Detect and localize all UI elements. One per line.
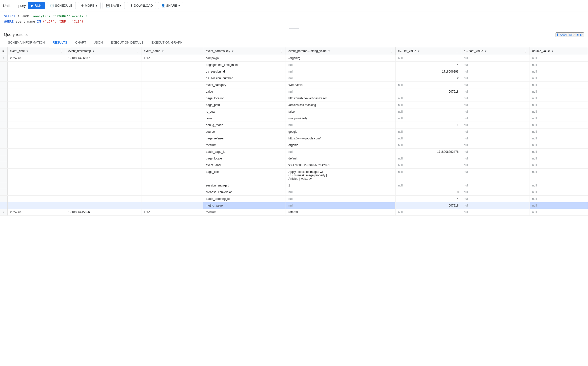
table-row: term(not provided)nullnullnull xyxy=(0,115,588,122)
cell-event-timestamp xyxy=(66,88,141,95)
cell-int-value: 607918 xyxy=(395,88,461,95)
cell-param-key: debug_mode xyxy=(203,122,286,128)
cell-double-value: null xyxy=(530,155,588,162)
cell-event-timestamp xyxy=(66,102,141,108)
cell-double-value: null xyxy=(530,182,588,189)
cell-param-key: page_referrer xyxy=(203,135,286,142)
resize-float-value[interactable]: ⋮ xyxy=(524,49,527,53)
cell-int-value: 2 xyxy=(395,75,461,81)
results-table-container[interactable]: # event_date ▼ ⋮ event_timestamp ▼ ⋮ eve… xyxy=(0,47,588,354)
cell-event-date xyxy=(7,102,66,108)
drag-bar-indicator xyxy=(289,28,299,29)
resize-params-key[interactable]: ⋮ xyxy=(280,49,283,53)
cell-rownum xyxy=(0,168,7,182)
cell-event-date xyxy=(7,81,66,88)
cell-string-value: /articles/css-masking xyxy=(286,102,395,108)
cell-int-value: null xyxy=(395,155,461,162)
cell-event-date xyxy=(7,142,66,148)
cell-float-value: null xyxy=(461,81,530,88)
cell-event-timestamp xyxy=(66,108,141,115)
table-row: event_labelv3-1718006293318-602142891...… xyxy=(0,162,588,168)
header: Untitled query ▶ RUN 🕐 SCHEDULE ⚙ MORE ▾… xyxy=(0,0,588,11)
sort-icon-float-value: ▼ xyxy=(484,50,487,52)
cell-double-value: null xyxy=(530,209,588,215)
cell-rownum xyxy=(0,195,7,202)
cell-event-date xyxy=(7,88,66,95)
cell-int-value: null xyxy=(395,55,461,61)
cell-event-timestamp xyxy=(66,148,141,155)
cell-int-value: null xyxy=(395,162,461,168)
sql-editor[interactable]: SELECT * FROM `analytics_337268677.event… xyxy=(0,11,588,27)
download-button[interactable]: ⬇ DOWNLOAD xyxy=(127,2,156,9)
cell-string-value: null xyxy=(286,68,395,75)
col-double-value[interactable]: double_value ▼ xyxy=(530,47,588,55)
sql-table-name: `analytics_337268677.events_*` xyxy=(31,14,89,18)
cell-float-value: null xyxy=(461,189,530,195)
resize-event-timestamp[interactable]: ⋮ xyxy=(136,49,139,53)
col-string-value[interactable]: event_params... string_value ▼ ⋮ xyxy=(286,47,395,55)
cell-double-value: null xyxy=(530,142,588,148)
cell-double-value: null xyxy=(530,148,588,155)
tab-execution-details[interactable]: EXECUTION DETAILS xyxy=(107,38,148,47)
run-button[interactable]: ▶ RUN xyxy=(28,2,45,9)
page-title: Untitled query xyxy=(3,3,26,8)
resize-int-value[interactable]: ⋮ xyxy=(455,49,458,53)
cell-event-timestamp xyxy=(66,142,141,148)
cell-event-timestamp xyxy=(66,81,141,88)
more-button[interactable]: ⚙ MORE ▾ xyxy=(78,2,101,9)
cell-string-value: (organic) xyxy=(286,55,395,61)
col-event-timestamp[interactable]: event_timestamp ▼ ⋮ xyxy=(66,47,141,55)
cell-param-key: metric_value xyxy=(203,202,286,209)
cell-int-value: null xyxy=(395,209,461,215)
col-event-date[interactable]: event_date ▼ ⋮ xyxy=(7,47,66,55)
save-button[interactable]: 💾 SAVE ▾ xyxy=(103,2,125,9)
sort-icon-event-date: ▼ xyxy=(26,50,28,52)
cell-event-name xyxy=(141,81,203,88)
cell-rownum xyxy=(0,142,7,148)
schedule-button[interactable]: 🕐 SCHEDULE xyxy=(47,2,76,9)
tab-schema[interactable]: SCHEMA INFORMATION xyxy=(4,38,49,47)
col-int-value[interactable]: ev... int_value ▼ ⋮ xyxy=(395,47,461,55)
cell-float-value: null xyxy=(461,182,530,189)
share-button[interactable]: 👤 SHARE ▾ xyxy=(158,2,183,9)
cell-rownum xyxy=(0,75,7,81)
cell-rownum xyxy=(0,128,7,135)
cell-float-value: null xyxy=(461,55,530,61)
col-float-value[interactable]: e... float_value ▼ ⋮ xyxy=(461,47,530,55)
resize-event-date[interactable]: ⋮ xyxy=(60,49,63,53)
save-results-button[interactable]: ⬇ SAVE RESULTS xyxy=(556,32,584,37)
cell-event-name xyxy=(141,68,203,75)
sql-line1-rest: * FROM xyxy=(16,14,31,18)
cell-int-value: null xyxy=(395,128,461,135)
cell-double-value: null xyxy=(530,81,588,88)
cell-double-value: null xyxy=(530,102,588,108)
cell-rownum xyxy=(0,61,7,68)
cell-param-key: ga_session_id xyxy=(203,68,286,75)
cell-rownum xyxy=(0,122,7,128)
cell-double-value: null xyxy=(530,108,588,115)
cell-event-timestamp xyxy=(66,61,141,68)
table-row: page_referrerhttps://www.google.com/null… xyxy=(0,135,588,142)
resize-event-name[interactable]: ⋮ xyxy=(198,49,201,53)
cell-event-timestamp xyxy=(66,135,141,142)
cell-rownum xyxy=(0,95,7,102)
tab-results[interactable]: RESULTS xyxy=(49,38,71,47)
cell-rownum xyxy=(0,115,7,122)
col-event-name[interactable]: event_name ▼ ⋮ xyxy=(141,47,203,55)
cell-param-key: page_locale xyxy=(203,155,286,162)
table-row: firebase_conversionnull0nullnull xyxy=(0,189,588,195)
cell-float-value: null xyxy=(461,108,530,115)
tab-chart[interactable]: CHART xyxy=(71,38,90,47)
cell-int-value: 1718006293 xyxy=(395,68,461,75)
cell-double-value: null xyxy=(530,122,588,128)
tab-json[interactable]: JSON xyxy=(90,38,107,47)
cell-double-value: null xyxy=(530,55,588,61)
resize-string-value[interactable]: ⋮ xyxy=(390,49,393,53)
table-row: metric_valuenull607918nullnull xyxy=(0,202,588,209)
cell-event-name xyxy=(141,102,203,108)
results-title: Query results xyxy=(4,32,27,37)
cell-event-date xyxy=(7,202,66,209)
tab-execution-graph[interactable]: EXECUTION GRAPH xyxy=(147,38,187,47)
col-params-key[interactable]: event_params.key ▼ ⋮ xyxy=(203,47,286,55)
resize-handle[interactable] xyxy=(0,27,588,30)
